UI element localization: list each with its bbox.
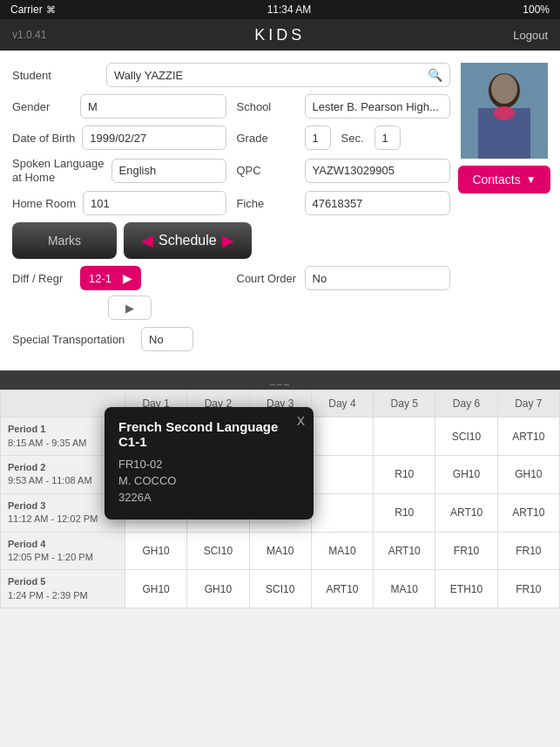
class-cell[interactable]: GH10 [125,570,186,608]
student-label: Student [12,69,99,82]
nav-buttons-row: Marks ◀ Schedule ▶ [12,222,450,259]
court-order-col: Court Order No [237,266,451,290]
spoken-lang-col: Spoken Language at Home English [12,157,226,184]
schedule-label: ◀ Schedule ▶ [141,231,234,250]
student-name-value: Wally YAZZIE [114,69,183,82]
diff-regr-label: Diff / Regr [12,272,73,285]
class-cell[interactable]: FR10 [435,532,497,570]
diff-court-row: Diff / Regr 12-1 ▶ Court Order No [12,266,450,290]
dob-grade-row: Date of Birth 1999/02/27 Grade 1 Sec. 1 [12,126,450,150]
day5-header: Day 5 [374,390,435,418]
class-cell[interactable]: ART10 [497,418,559,456]
search-icon[interactable]: 🔍 [428,68,442,82]
diff-regr-value[interactable]: 12-1 ▶ [80,266,141,290]
expand-button[interactable]: ▶ [108,295,152,320]
gender-value: M [80,94,226,119]
class-cell[interactable]: MA10 [374,570,435,608]
day6-header: Day 6 [435,390,497,418]
student-photo [461,63,548,159]
class-cell[interactable]: GH10 [435,455,497,493]
marks-label: Marks [30,234,99,248]
time-display: 11:34 AM [267,3,312,16]
schedule-section: Day 1 Day 2 Day 3 Day 4 Day 5 Day 6 Day … [0,390,560,608]
contacts-button[interactable]: Contacts ▼ [458,166,550,194]
class-cell[interactable]: SCI10 [249,570,311,608]
wifi-icon: ⌘ [46,4,56,16]
class-cell [374,418,435,456]
svg-point-5 [494,106,515,120]
special-trans-value: No [141,327,193,351]
grade-value: 1 [305,126,331,150]
popup-card[interactable]: X French Second Language C1-1 FR10-02 M.… [105,407,314,520]
day7-header: Day 7 [497,390,559,418]
spoken-qpc-row: Spoken Language at Home English QPC YAZW… [12,157,450,184]
version-label: v1.0.41 [12,29,46,41]
grade-col: Grade 1 Sec. 1 [237,126,451,150]
schedule-button[interactable]: ◀ Schedule ▶ [124,222,252,259]
dob-value: 1999/02/27 [82,126,226,150]
class-cell[interactable]: GH10 [497,455,559,493]
popup-title: French Second Language C1-1 [118,419,300,449]
schedule-left-arrow: ◀ [141,231,153,250]
grade-label: Grade [237,132,298,145]
class-cell[interactable]: ETH10 [435,570,497,608]
drag-lines-icon: ⎯⎯⎯ [270,376,291,385]
class-cell[interactable]: ART10 [497,493,559,532]
period-cell: Period 412:05 PM - 1:20 PM [1,532,125,570]
homeroom-col: Home Room 101 [12,191,226,215]
svg-point-3 [491,74,517,104]
drag-handle[interactable]: ⎯⎯⎯ [0,370,560,390]
contacts-chevron-icon: ▼ [526,173,536,186]
class-cell[interactable]: FR10 [497,570,559,608]
class-cell[interactable]: R10 [374,455,435,493]
diff-regr-arrow: ▶ [123,271,132,285]
school-value: Lester B. Pearson High... [305,94,451,119]
class-cell[interactable]: SCI10 [435,418,497,456]
school-col: School Lester B. Pearson High... [237,94,451,119]
class-cell[interactable]: MA10 [311,532,373,570]
class-cell[interactable]: ART10 [374,532,435,570]
spoken-lang-label: Spoken Language at Home [12,157,105,184]
carrier-info: Carrier ⌘ [10,3,56,16]
home-room-label: Home Room [12,197,76,210]
popup-room: 3226A [118,491,300,504]
gender-label: Gender [12,100,73,113]
popup-close-button[interactable]: X [297,414,305,428]
expand-row: ▶ [12,295,450,320]
table-row: Period 412:05 PM - 1:20 PMGH10SCI10MA10M… [1,532,560,570]
class-cell[interactable]: FR10 [497,532,559,570]
class-cell[interactable]: GH10 [187,570,249,608]
fiche-value: 47618357 [305,191,451,215]
special-trans-label: Special Transportation [12,333,134,346]
class-cell[interactable]: SCI10 [187,532,249,570]
fiche-label: Fiche [237,197,298,210]
homeroom-fiche-row: Home Room 101 Fiche 47618357 [12,191,450,215]
battery-display: 100% [523,3,550,16]
student-avatar-svg [461,63,548,159]
home-room-value: 101 [83,191,226,215]
student-name-field[interactable]: Wally YAZZIE 🔍 [106,63,450,87]
schedule-right-arrow: ▶ [222,231,234,250]
main-content: Student Wally YAZZIE 🔍 Gender M School [0,51,560,370]
special-trans-col: Special Transportation No [12,327,450,351]
diff-regr-col: Diff / Regr 12-1 ▶ [12,266,226,290]
status-bar: Carrier ⌘ 11:34 AM 100% [0,0,560,19]
qpc-col: QPC YAZW13029905 [237,157,451,184]
student-photo-container: Contacts ▼ [461,63,548,358]
spoken-lang-value: English [111,159,226,183]
period-cell: Period 51:24 PM - 2:39 PM [1,570,125,608]
app-header: v1.0.41 KIDS Logout [0,19,560,51]
class-cell[interactable]: MA10 [249,532,311,570]
logout-button[interactable]: Logout [513,29,548,42]
gender-school-row: Gender M School Lester B. Pearson High..… [12,94,450,119]
marks-button[interactable]: Marks [12,222,117,259]
class-cell[interactable]: ART10 [311,570,373,608]
qpc-label: QPC [237,164,298,177]
contacts-btn-container: Contacts ▼ [461,166,548,194]
carrier-text: Carrier [10,3,43,16]
class-cell[interactable]: R10 [374,493,435,532]
sec-value: 1 [374,126,401,150]
student-row: Student Wally YAZZIE 🔍 [12,63,450,87]
class-cell[interactable]: ART10 [435,493,497,532]
class-cell[interactable]: GH10 [125,532,186,570]
